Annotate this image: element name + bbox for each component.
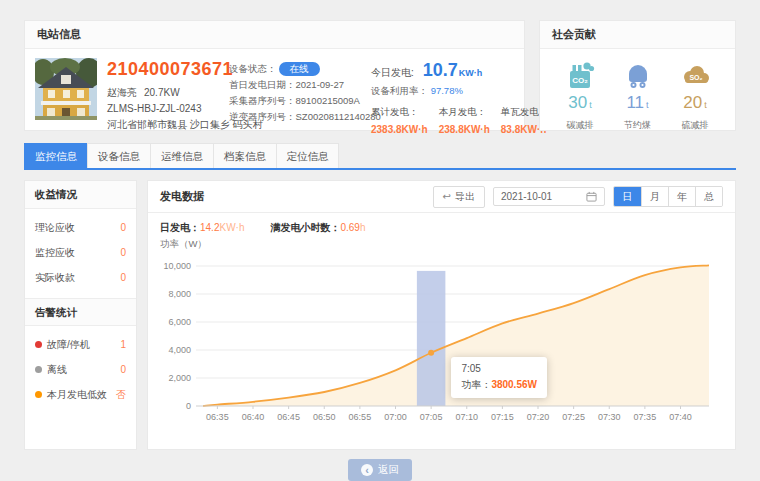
station-identity: 210400073671 赵海亮20.7KW ZLMS-HBJ-ZJL-0243… xyxy=(107,58,219,135)
alarm-row-offline: 离线 0 xyxy=(25,357,136,382)
online-status-badge: 在线 xyxy=(279,62,320,76)
coal-label: 节约煤 xyxy=(611,119,665,132)
collector-row: 采集器序列号： 89100215009A xyxy=(229,93,361,109)
first-gen-date: 2021-09-27 xyxy=(296,77,345,93)
income-panel-title: 收益情况 xyxy=(25,181,136,209)
svg-text:07:10: 07:10 xyxy=(455,412,478,422)
station-owner-line: 赵海亮20.7KW xyxy=(107,85,219,101)
collector-sn: 89100215009A xyxy=(296,93,360,109)
first-gen-label: 首日发电日期： xyxy=(229,77,296,93)
svg-text:07:30: 07:30 xyxy=(598,412,621,422)
chart-controls: ↩ 导出 2021-10-01 日 月 xyxy=(433,186,723,208)
station-panel-title: 电站信息 xyxy=(25,21,524,49)
svg-text:07:25: 07:25 xyxy=(562,412,585,422)
day-generation-value: 14.2 xyxy=(200,222,219,233)
station-generation-stats: 今日发电: 10.7 KW·h 设备利用率： 97.78% 累计发电： 2383… xyxy=(371,58,516,135)
carbon-label: 碳减排 xyxy=(553,119,607,132)
alarm-value: 0 xyxy=(120,364,126,375)
social-panel-title: 社会贡献 xyxy=(540,21,735,49)
power-chart[interactable]: 功率（W） 02,0004,0006,0008,00010,00006:3506… xyxy=(148,238,735,440)
tab-location[interactable]: 定位信息 xyxy=(276,143,339,168)
first-gen-row: 首日发电日期： 2021-09-27 xyxy=(229,77,361,93)
svg-text:CO₂: CO₂ xyxy=(572,76,588,85)
full-hours: 满发电小时数：0.69h xyxy=(270,221,365,235)
income-value: 0 xyxy=(120,222,126,233)
alarm-label: 故障/停机 xyxy=(47,338,90,352)
svg-text:10,000: 10,000 xyxy=(163,261,191,271)
day-generation: 日发电：14.2KW·h xyxy=(160,221,244,235)
alarm-dot xyxy=(35,341,42,348)
export-icon: ↩ xyxy=(443,192,451,202)
tab-bar: 监控信息 设备信息 运维信息 档案信息 定位信息 xyxy=(24,143,736,170)
stat-value: 2383.8KW·h xyxy=(371,124,428,135)
chart-header: 发电数据 ↩ 导出 2021-10-01 xyxy=(148,181,735,213)
alarm-panel-title: 告警统计 xyxy=(25,298,136,326)
income-value: 0 xyxy=(120,272,126,283)
svg-text:SO₂: SO₂ xyxy=(689,74,702,81)
svg-text:06:55: 06:55 xyxy=(349,412,372,422)
svg-text:07:15: 07:15 xyxy=(491,412,514,422)
svg-text:0: 0 xyxy=(186,401,191,411)
main-row: 收益情况 理论应收 0 监控应收 0 实际收款 0 告警统计 故障/停机 xyxy=(24,180,736,450)
utilization-value: 97.78% xyxy=(431,85,463,96)
income-label: 理论应收 xyxy=(35,221,75,235)
income-row-theoretical: 理论应收 0 xyxy=(25,215,136,240)
income-label: 监控应收 xyxy=(35,246,75,260)
station-info-card: 电站信息 xyxy=(24,20,525,131)
station-capacity: 20.7KW xyxy=(144,87,180,98)
carbon-value: 30 xyxy=(568,93,587,112)
svg-text:8,000: 8,000 xyxy=(168,289,191,299)
chart-title: 发电数据 xyxy=(160,189,433,204)
co2-factory-icon: CO₂ xyxy=(553,59,607,92)
range-day[interactable]: 日 xyxy=(614,187,641,206)
export-button[interactable]: ↩ 导出 xyxy=(433,186,485,208)
inverter-label: 逆变器序列号： xyxy=(229,109,296,125)
footer: ‹ 返回 xyxy=(24,459,736,481)
power-chart-svg[interactable]: 02,0004,0006,0008,00010,00006:3506:4006:… xyxy=(160,254,723,436)
range-month[interactable]: 月 xyxy=(641,187,668,206)
svg-text:07:40: 07:40 xyxy=(669,412,692,422)
page: 电站信息 xyxy=(0,0,760,481)
social-item-sulfur: SO₂ 20t 硫减排 xyxy=(668,59,722,132)
social-item-coal: 11t 节约煤 xyxy=(611,59,665,132)
date-picker[interactable]: 2021-10-01 xyxy=(493,187,605,206)
svg-text:4,000: 4,000 xyxy=(168,345,191,355)
back-button[interactable]: ‹ 返回 xyxy=(348,459,412,481)
day-generation-unit: KW·h xyxy=(219,222,244,233)
full-hours-unit: h xyxy=(360,222,366,233)
station-id: 210400073671 xyxy=(107,59,219,80)
stat-label: 本月发电： xyxy=(439,106,490,119)
chevron-left-icon: ‹ xyxy=(361,464,373,476)
svg-text:06:35: 06:35 xyxy=(206,412,229,422)
day-generation-label: 日发电： xyxy=(160,222,200,233)
device-status-row: 设备状态： 在线 xyxy=(229,61,361,77)
collector-label: 采集器序列号： xyxy=(229,93,296,109)
export-label: 导出 xyxy=(455,190,475,204)
tab-device[interactable]: 设备信息 xyxy=(87,143,150,168)
today-generation-label: 今日发电: xyxy=(371,66,414,80)
social-item-carbon: CO₂ 30t 碳减排 xyxy=(553,59,607,132)
today-generation-unit: KW·h xyxy=(459,68,483,78)
tab-monitoring[interactable]: 监控信息 xyxy=(24,143,87,168)
tab-operation[interactable]: 运维信息 xyxy=(150,143,213,168)
inverter-row: 逆变器序列号： SZ00208112140280 xyxy=(229,109,361,125)
coal-cart-icon xyxy=(611,59,665,92)
stat-label: 累计发电： xyxy=(371,106,428,119)
y-axis-label: 功率（W） xyxy=(160,238,723,254)
svg-text:07:20: 07:20 xyxy=(527,412,550,422)
sulfur-unit: t xyxy=(704,100,707,110)
svg-text:07:35: 07:35 xyxy=(634,412,657,422)
utilization-row: 设备利用率： 97.78% xyxy=(371,85,516,98)
svg-text:06:50: 06:50 xyxy=(313,412,336,422)
full-hours-label: 满发电小时数： xyxy=(270,222,340,233)
range-year[interactable]: 年 xyxy=(668,187,695,206)
alarm-value: 否 xyxy=(116,388,126,402)
chart-substats: 日发电：14.2KW·h 满发电小时数：0.69h xyxy=(148,213,735,235)
svg-text:06:45: 06:45 xyxy=(277,412,300,422)
sulfur-value: 20 xyxy=(683,93,702,112)
range-total[interactable]: 总 xyxy=(695,187,722,206)
tab-archive[interactable]: 档案信息 xyxy=(213,143,276,168)
generation-stat-list: 累计发电： 2383.8KW·h 本月发电： 238.8KW·h 单瓦发电： 8… xyxy=(371,106,516,135)
svg-text:07:00: 07:00 xyxy=(384,412,407,422)
station-owner: 赵海亮 xyxy=(107,87,137,98)
